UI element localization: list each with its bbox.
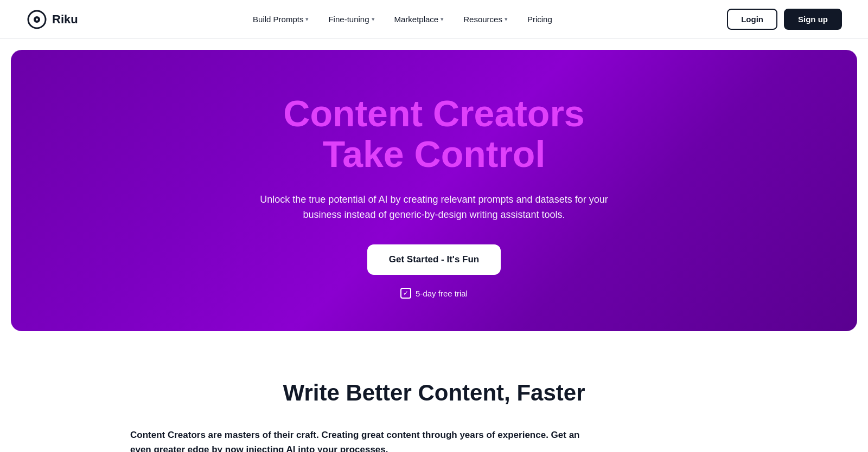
checkmark-icon: ✓ — [400, 288, 411, 299]
chevron-down-icon: ▾ — [305, 16, 309, 23]
hero-title: Content Creators Take Control — [37, 93, 831, 175]
nav-menu: Build Prompts ▾ Fine-tuning ▾ Marketplac… — [245, 10, 560, 28]
get-started-button[interactable]: Get Started - It's Fun — [367, 244, 501, 275]
auth-buttons: Login Sign up — [727, 9, 842, 30]
svg-point-2 — [36, 18, 38, 21]
chevron-down-icon: ▾ — [441, 16, 444, 23]
nav-item-marketplace[interactable]: Marketplace ▾ — [387, 10, 452, 28]
logo-area: Riku — [26, 9, 78, 30]
nav-item-fine-tuning[interactable]: Fine-tuning ▾ — [321, 10, 382, 28]
hero-subtitle: Unlock the true potential of AI by creat… — [250, 192, 618, 223]
navbar: Riku Build Prompts ▾ Fine-tuning ▾ Marke… — [0, 0, 868, 39]
content-bold-paragraph: Content Creators are masters of their cr… — [130, 428, 597, 452]
chevron-down-icon: ▾ — [372, 16, 375, 23]
nav-item-build-prompts[interactable]: Build Prompts ▾ — [245, 10, 316, 28]
hero-section: Content Creators Take Control Unlock the… — [11, 50, 857, 331]
chevron-down-icon: ▾ — [505, 16, 508, 23]
trial-info: ✓ 5-day free trial — [37, 288, 831, 299]
riku-logo-icon — [26, 9, 48, 30]
nav-item-pricing[interactable]: Pricing — [520, 10, 560, 28]
content-section: Write Better Content, Faster Content Cre… — [0, 342, 868, 452]
login-button[interactable]: Login — [727, 9, 777, 30]
trial-label: 5-day free trial — [416, 289, 468, 298]
content-title: Write Better Content, Faster — [130, 380, 738, 406]
nav-item-resources[interactable]: Resources ▾ — [456, 10, 515, 28]
signup-button[interactable]: Sign up — [784, 9, 842, 30]
logo-text: Riku — [52, 12, 78, 27]
